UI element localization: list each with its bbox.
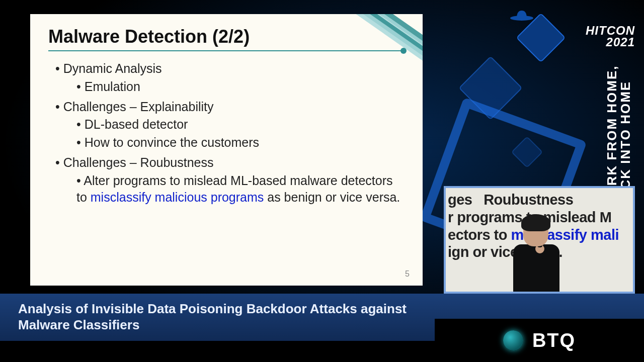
letterbox-bottom	[0, 341, 435, 362]
pip-line: ges Roubustness	[448, 192, 573, 208]
bullet-l2: DL-based detector	[76, 116, 405, 133]
slide-body: Dynamic Analysis Emulation Challenges – …	[48, 60, 405, 206]
talk-title: Analysis of Invisible Data Poisoning Bac…	[18, 301, 431, 333]
bullet-l1: Challenges – Roubustness	[55, 154, 405, 171]
bullet-l1: Challenges – Explainability	[55, 99, 405, 116]
sponsor-logo-icon	[503, 330, 523, 350]
hat-icon	[509, 9, 534, 21]
conference-name: HITCON 2021	[509, 25, 635, 48]
bullet-l2: Emulation	[76, 78, 405, 96]
speaker-silhouette	[506, 211, 567, 292]
bullet-l2: Alter programs to mislead ML-based malwa…	[76, 172, 405, 207]
bullet-l1: Dynamic Analysis	[55, 60, 405, 77]
bullet-text: as benign or vice versa.	[264, 190, 400, 204]
title-rule	[48, 50, 405, 51]
presentation-slide: Malware Detection (2/2) Dynamic Analysis…	[30, 14, 423, 286]
bullet-l2: How to convince the customers	[76, 134, 405, 151]
conference-name-line: 2021	[606, 35, 635, 49]
sponsor-strip: BTQ	[435, 319, 644, 362]
pip-line: ectors to	[448, 227, 511, 243]
sponsor-name: BTQ	[532, 330, 576, 351]
slide-page-number: 5	[405, 269, 410, 279]
slide-title: Malware Detection (2/2)	[48, 26, 405, 47]
speaker-camera-pip: ges Roubustness r programs to mislead M …	[444, 186, 635, 294]
bullet-highlight: misclassify malicious programs	[91, 190, 264, 204]
